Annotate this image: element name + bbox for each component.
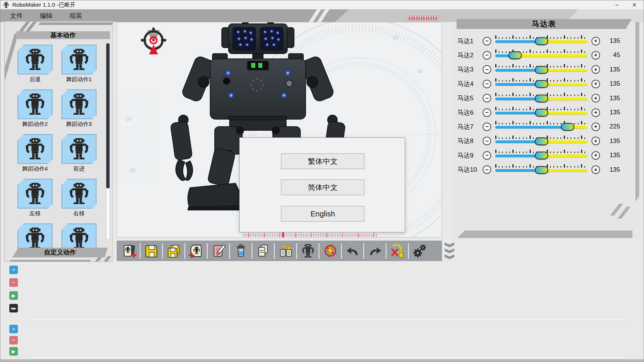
toolbar-separator <box>184 243 185 259</box>
motor-increase-button[interactable]: + <box>591 108 600 117</box>
motor-label: 马达6 <box>457 108 480 117</box>
sidebar-scrollbar-thumb[interactable] <box>106 43 110 188</box>
menu-item-组装[interactable]: 组装 <box>70 12 82 20</box>
motor-slider[interactable] <box>495 49 587 61</box>
timeline-play-button[interactable]: ▶ <box>9 291 18 300</box>
motor-slider[interactable] <box>495 135 587 147</box>
motor-row-2: 马达2−+45 <box>457 49 620 61</box>
toolbar-separator <box>296 243 297 259</box>
slider-thumb[interactable] <box>535 109 548 117</box>
motor-decrease-button[interactable]: − <box>483 123 491 131</box>
motor-decrease-button[interactable]: − <box>483 51 491 60</box>
motor-increase-button[interactable]: + <box>591 80 600 88</box>
paste-button[interactable] <box>276 242 295 260</box>
action-tile-label: 舞蹈动作3 <box>59 121 100 128</box>
orientation-target-icon <box>136 22 171 57</box>
motor-slider[interactable] <box>495 149 587 161</box>
slider-thumb[interactable] <box>561 123 574 131</box>
edit-button[interactable] <box>209 242 228 260</box>
motor-row-5: 马达5−+135 <box>457 92 620 105</box>
timeline-add-button[interactable]: + <box>9 325 18 333</box>
motor-increase-button[interactable]: + <box>591 94 600 102</box>
motor-value: 135 <box>604 109 620 116</box>
close-button[interactable]: × <box>629 1 639 9</box>
motor-increase-button[interactable]: + <box>591 165 600 174</box>
slider-thumb[interactable] <box>535 37 548 45</box>
motor-table-header: 马达表 <box>457 19 632 29</box>
robot-action-icon <box>67 48 91 71</box>
motor-decrease-button[interactable]: − <box>483 108 491 117</box>
motor-slider[interactable] <box>495 64 587 76</box>
slider-thumb[interactable] <box>535 80 548 88</box>
timeline-fast-forward-button[interactable]: ▶▶ <box>9 304 18 312</box>
action-tile-舞蹈动作3[interactable] <box>61 89 97 119</box>
timeline-remove-button[interactable]: − <box>9 336 18 344</box>
action-tile-label: 后退 <box>15 76 56 83</box>
app-window: RoboMaker 1.1.0 -已断开 – × 文件编辑组装 基本动作 后退舞… <box>0 0 644 362</box>
motor-decrease-button[interactable]: − <box>483 65 491 74</box>
motor-decrease-button[interactable]: − <box>483 94 491 102</box>
action-tile-舞蹈动作1[interactable] <box>61 45 97 74</box>
delete-button[interactable] <box>231 242 250 260</box>
motor-decrease-button[interactable]: − <box>483 80 491 88</box>
motor-increase-button[interactable]: + <box>591 51 600 60</box>
timeline-track[interactable] <box>28 318 626 320</box>
save-as-button[interactable] <box>164 242 183 260</box>
toolbar-chevrons-decor <box>445 242 455 260</box>
redo-icon <box>367 243 383 258</box>
copy-button[interactable] <box>254 242 272 260</box>
language-option-English[interactable]: English <box>281 206 364 222</box>
power-off-button[interactable] <box>321 242 340 260</box>
motor-slider[interactable] <box>495 92 587 104</box>
timeline-track[interactable] <box>28 356 626 358</box>
motor-decrease-button[interactable]: − <box>483 37 491 45</box>
action-tile-右移[interactable] <box>61 179 97 209</box>
slider-thumb[interactable] <box>535 152 548 159</box>
redo-button[interactable] <box>366 242 384 260</box>
action-tile-舞蹈动作4[interactable] <box>18 134 53 164</box>
motor-slider[interactable] <box>495 164 587 176</box>
sidebar-decor <box>10 260 91 262</box>
slider-thumb[interactable] <box>508 51 522 59</box>
timeline-play-button[interactable]: ▶ <box>9 347 18 356</box>
motor-decrease-button[interactable]: − <box>483 137 491 145</box>
slider-thumb[interactable] <box>535 95 548 102</box>
undo-button[interactable] <box>343 242 362 260</box>
motor-increase-button[interactable]: + <box>591 123 600 131</box>
motor-slider[interactable] <box>495 78 587 90</box>
motor-slider[interactable] <box>495 35 587 47</box>
motor-slider[interactable] <box>495 121 587 133</box>
robot-pose-button[interactable] <box>299 242 317 260</box>
slider-thumb[interactable] <box>535 66 548 74</box>
timeline-add-button[interactable]: + <box>9 266 18 274</box>
motor-increase-button[interactable]: + <box>591 137 600 145</box>
menu-item-文件[interactable]: 文件 <box>10 12 23 20</box>
motor-decrease-button[interactable]: − <box>483 151 491 160</box>
new-action-set-button[interactable] <box>120 242 138 260</box>
timeline-remove-button[interactable]: − <box>9 278 18 287</box>
language-option-繁体中文[interactable]: 繁体中文 <box>281 153 364 169</box>
motor-increase-button[interactable]: + <box>591 151 600 160</box>
action-tile-前进[interactable] <box>61 134 97 164</box>
action-tile-舞蹈动作2[interactable] <box>18 89 53 119</box>
robot-action-icon <box>67 182 91 205</box>
usb-disconnected-button[interactable] <box>388 242 407 260</box>
motor-value: 45 <box>604 51 620 59</box>
motor-label: 马达10 <box>457 165 480 174</box>
motor-decrease-button[interactable]: − <box>483 165 491 174</box>
language-option-简体中文[interactable]: 简体中文 <box>281 180 364 195</box>
robot-action-icon <box>67 93 91 116</box>
minimize-button[interactable]: – <box>612 1 622 9</box>
motor-increase-button[interactable]: + <box>591 65 600 74</box>
menu-item-编辑[interactable]: 编辑 <box>40 12 53 20</box>
action-tile-左移[interactable] <box>18 179 53 209</box>
settings-button[interactable] <box>410 242 429 260</box>
motor-increase-button[interactable]: + <box>591 37 600 45</box>
slider-thumb[interactable] <box>535 166 548 174</box>
robot-action-icon <box>23 137 47 161</box>
motor-slider[interactable] <box>495 107 587 118</box>
slider-thumb[interactable] <box>535 137 548 145</box>
save-button[interactable] <box>142 242 161 260</box>
action-tile-后退[interactable] <box>18 45 53 74</box>
add-frame-button[interactable] <box>187 242 205 260</box>
